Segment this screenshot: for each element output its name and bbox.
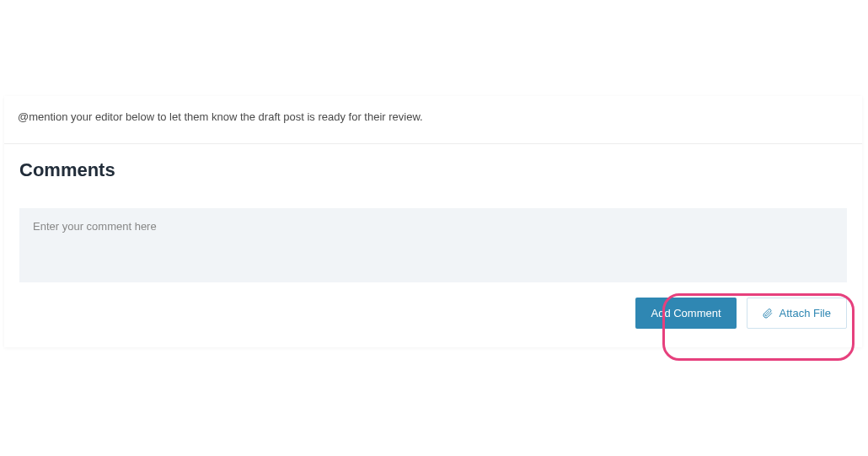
add-comment-button[interactable]: Add Comment <box>635 298 736 329</box>
attach-file-label: Attach File <box>780 307 831 319</box>
comments-card: @mention your editor below to let them k… <box>4 96 862 347</box>
comment-input[interactable] <box>19 208 847 282</box>
instruction-text: @mention your editor below to let them k… <box>18 110 849 125</box>
paperclip-icon <box>763 308 773 319</box>
comments-section: Comments Add Comment Attach File <box>4 144 862 347</box>
comments-heading: Comments <box>19 159 847 181</box>
instruction-bar: @mention your editor below to let them k… <box>4 96 862 144</box>
attach-file-button[interactable]: Attach File <box>747 298 847 329</box>
actions-row: Add Comment Attach File <box>19 298 847 329</box>
add-comment-label: Add Comment <box>651 307 721 319</box>
